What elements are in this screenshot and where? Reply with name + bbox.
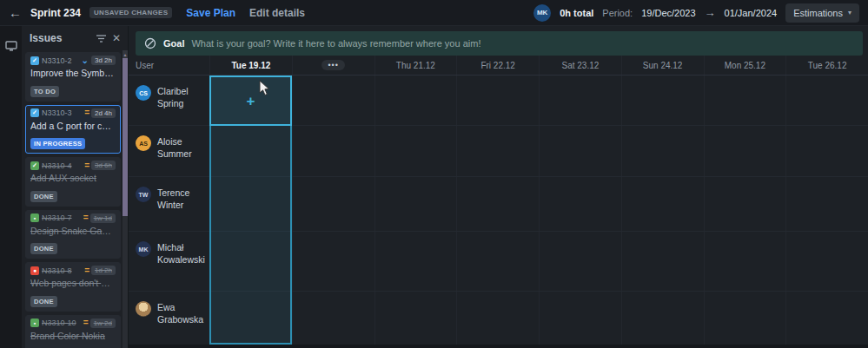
- issues-panel-title: Issues: [30, 32, 90, 44]
- issue-title: Design Snake Game on Unre...: [30, 226, 116, 237]
- user-column-header: User: [129, 56, 209, 75]
- save-plan-button[interactable]: Save Plan: [186, 7, 235, 19]
- user-cell: TW Terence Winter: [129, 177, 209, 231]
- schedule-cell[interactable]: [621, 292, 704, 345]
- day-column-header[interactable]: Sun 24.12: [621, 56, 704, 75]
- schedule-cell[interactable]: [209, 177, 292, 231]
- schedule-cell[interactable]: [785, 232, 868, 291]
- plus-icon: +: [246, 94, 255, 108]
- user-avatar[interactable]: MK: [533, 4, 551, 22]
- schedule-cell[interactable]: [209, 292, 292, 345]
- schedule-cell[interactable]: [456, 232, 539, 291]
- filter-icon[interactable]: [96, 35, 106, 43]
- story-type-icon: ▪: [30, 318, 39, 327]
- schedule-cell[interactable]: [292, 292, 374, 345]
- schedule-cell[interactable]: [456, 126, 539, 176]
- schedule-cell[interactable]: [785, 177, 868, 231]
- status-badge: DONE: [30, 296, 57, 307]
- scroll-up-icon[interactable]: ▲: [123, 50, 128, 58]
- status-badge: DONE: [30, 243, 57, 254]
- period-end-date[interactable]: 01/Jan/2024: [725, 8, 778, 18]
- schedule-cell[interactable]: [539, 126, 621, 176]
- schedule-cell[interactable]: [292, 177, 374, 231]
- schedule-cell[interactable]: [374, 177, 457, 231]
- schedule-cell[interactable]: [704, 232, 786, 291]
- schedule-cell[interactable]: [539, 76, 621, 125]
- issue-card[interactable]: ● N3310-8 = 1d 2h Web pages don't work o…: [25, 262, 121, 312]
- period-start-date[interactable]: 19/Dec/2023: [641, 8, 695, 18]
- schedule-cell[interactable]: [539, 232, 621, 291]
- user-row: TW Terence Winter: [129, 177, 868, 232]
- issue-key: N3310-2: [42, 56, 79, 65]
- status-badge: TO DO: [30, 86, 59, 97]
- estimations-dropdown[interactable]: Estimations ▾: [785, 3, 859, 23]
- schedule-cell[interactable]: [374, 232, 457, 291]
- schedule-cell[interactable]: [456, 76, 539, 125]
- add-assignment-cell[interactable]: +: [209, 76, 292, 126]
- user-cell: Ewa Grabowska: [129, 292, 209, 345]
- schedule-cell[interactable]: [374, 126, 457, 176]
- issue-card[interactable]: ▪ N3310-7 = 1w 1d Design Snake Game on U…: [25, 210, 121, 259]
- issue-key: N3310-10: [42, 318, 81, 327]
- arrow-right-icon: →: [705, 6, 716, 19]
- day-column-header[interactable]: Tue 26.12: [785, 56, 868, 75]
- collapsed-day-header[interactable]: •••: [292, 56, 374, 75]
- schedule-cell[interactable]: [785, 76, 868, 125]
- horizontal-scrollbar-track[interactable]: [129, 345, 868, 348]
- day-column-header[interactable]: Fri 22.12: [456, 56, 539, 75]
- schedule-cell[interactable]: [704, 292, 786, 345]
- back-icon[interactable]: ←: [9, 5, 22, 20]
- schedule-cell[interactable]: [785, 292, 868, 345]
- schedule-cell[interactable]: [539, 292, 621, 345]
- schedule-cell[interactable]: [292, 232, 374, 291]
- issues-panel: Issues ✕ ✓ N3310-2 ⌄ 3d 2h Improve the S…: [22, 26, 129, 348]
- day-column-header[interactable]: Thu 21.12: [374, 56, 457, 75]
- user-name: Claribel Spring: [157, 84, 206, 109]
- user-cell: AS Aloise Summer: [129, 126, 209, 176]
- schedule-cell[interactable]: [209, 232, 292, 291]
- schedule-cell[interactable]: [704, 177, 786, 231]
- scrollbar-thumb[interactable]: [123, 58, 128, 216]
- estimate-badge: 1d 2h: [91, 266, 116, 275]
- estimate-badge: 2d 4h: [91, 108, 116, 118]
- schedule-cell[interactable]: [456, 177, 539, 231]
- estimations-label: Estimations: [793, 8, 843, 18]
- close-icon[interactable]: ✕: [112, 32, 121, 44]
- estimate-badge: 1w 1d: [90, 213, 116, 223]
- schedule-cell[interactable]: [374, 76, 457, 125]
- issue-key: N3310-4: [42, 161, 82, 170]
- edit-details-button[interactable]: Edit details: [249, 7, 305, 19]
- schedule-cell[interactable]: [621, 232, 704, 291]
- priority-lowest-icon: ⌄: [82, 57, 89, 64]
- board-icon[interactable]: [5, 40, 17, 52]
- day-column-header[interactable]: Sat 23.12: [539, 56, 621, 75]
- issue-card[interactable]: ▪ N3310-10 = 1w 2d Brand Color Nokia DON…: [25, 315, 121, 348]
- avatar: AS: [136, 135, 151, 151]
- avatar: CS: [136, 85, 151, 101]
- issue-key: N3310-8: [42, 266, 82, 275]
- schedule-cell[interactable]: [456, 292, 539, 345]
- goal-input-placeholder[interactable]: What is your goal? Write it here to alwa…: [191, 38, 480, 49]
- sidebar-scrollbar[interactable]: ▲: [123, 50, 128, 348]
- schedule-cell[interactable]: [621, 76, 704, 125]
- schedule-cell[interactable]: [704, 126, 786, 176]
- schedule-cell[interactable]: [292, 126, 374, 176]
- schedule-cell[interactable]: [539, 177, 621, 231]
- schedule-cell[interactable]: [209, 126, 292, 176]
- issue-card[interactable]: ✓ N3310-3 = 2d 4h Add a C port for charg…: [25, 105, 121, 154]
- schedule-cell[interactable]: [621, 126, 704, 176]
- day-column-header[interactable]: Tue 19.12: [209, 56, 292, 75]
- schedule-cell[interactable]: [621, 177, 704, 231]
- left-rail: [0, 26, 22, 348]
- top-bar: ← Sprint 234 UNSAVED CHANGES Save Plan E…: [0, 0, 868, 26]
- expand-day-pill[interactable]: •••: [321, 60, 344, 70]
- goal-bar[interactable]: Goal What is your goal? Write it here to…: [136, 31, 863, 56]
- day-column-header[interactable]: Mon 25.12: [704, 56, 786, 75]
- schedule-cell[interactable]: [292, 76, 374, 125]
- schedule-cell[interactable]: [704, 76, 786, 125]
- schedule-cell[interactable]: [785, 126, 868, 176]
- schedule-cell[interactable]: [374, 292, 457, 345]
- priority-medium-icon: =: [84, 162, 89, 169]
- issue-card[interactable]: ✓ N3310-4 = 3d 6h Add AUX socket DONE: [25, 157, 121, 207]
- issue-card[interactable]: ✓ N3310-2 ⌄ 3d 2h Improve the Symbian op…: [25, 52, 121, 102]
